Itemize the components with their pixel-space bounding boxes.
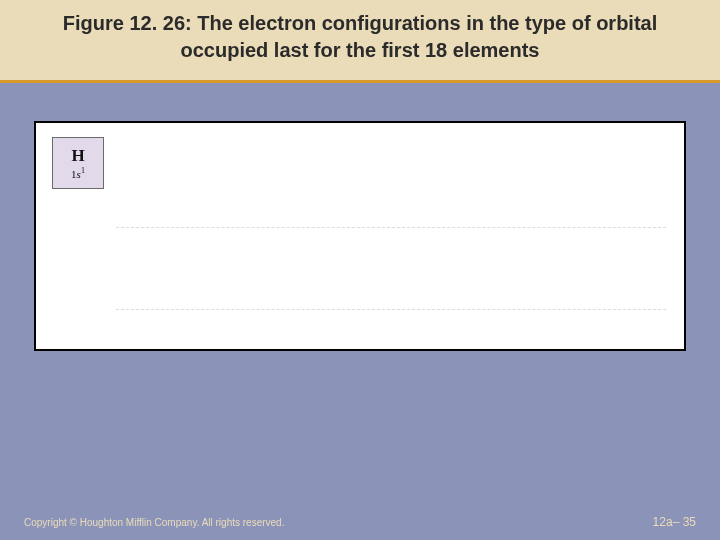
element-cell-h: H 1s1 <box>52 137 104 189</box>
figure-box: H 1s1 <box>34 121 686 351</box>
element-config: 1s1 <box>71 167 85 180</box>
slide-title: Figure 12. 26: The electron configuratio… <box>28 10 692 64</box>
footer: Copyright © Houghton Mifflin Company. Al… <box>0 510 720 540</box>
element-symbol: H <box>71 147 84 164</box>
row-divider <box>116 309 666 310</box>
title-band: Figure 12. 26: The electron configuratio… <box>0 0 720 80</box>
content-area: H 1s1 <box>0 83 720 351</box>
copyright-text: Copyright © Houghton Mifflin Company. Al… <box>24 517 284 528</box>
slide: Figure 12. 26: The electron configuratio… <box>0 0 720 540</box>
row-divider <box>116 227 666 228</box>
slide-number: 12a– 35 <box>653 515 696 529</box>
